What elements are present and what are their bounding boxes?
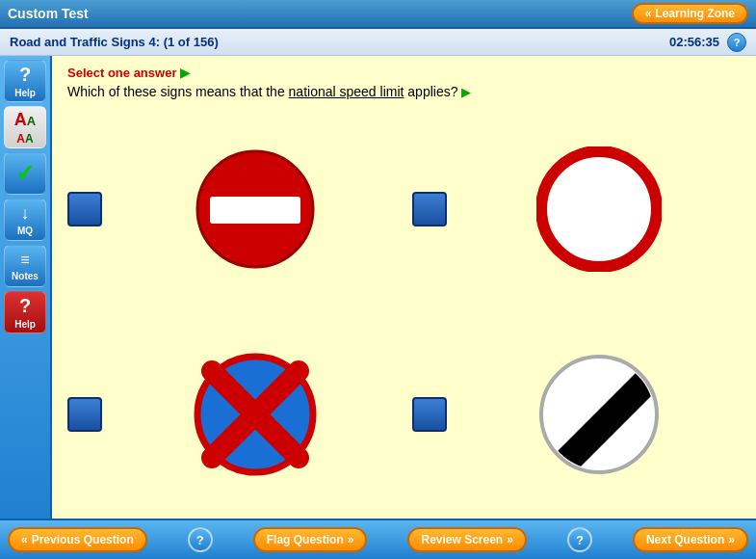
sidebar-item-help2[interactable]: ? Help [4, 291, 46, 333]
answer-option-d [412, 320, 742, 510]
sign-container-d [458, 352, 742, 477]
bottom-help-button-2[interactable]: ? [567, 527, 592, 552]
sign-container-b [458, 146, 742, 272]
app-title: Custom Test [8, 6, 89, 21]
font-small-label: AA [16, 132, 33, 146]
learning-zone-button[interactable]: « Learning Zone [632, 3, 748, 24]
sidebar-item-help[interactable]: ? Help [4, 60, 46, 102]
sign-container-c [114, 352, 397, 477]
review-chevron-icon: » [507, 533, 513, 546]
play-arrow-icon: ▶ [180, 66, 190, 80]
title-bar: Custom Test « Learning Zone [0, 0, 756, 29]
bottom-help-button-1[interactable]: ? [188, 527, 213, 552]
flag-chevron-icon: » [348, 533, 354, 546]
select-answer-label: Select one answer ▶ [67, 66, 741, 80]
answer-option-b [412, 115, 742, 305]
arrow-down-icon: ↓ [21, 203, 30, 224]
check-icon: ✓ [15, 160, 35, 187]
header-help-button[interactable]: ? [727, 33, 746, 52]
no-entry-sign [193, 146, 318, 272]
sub-header: Road and Traffic Signs 4: (1 of 156) 02:… [0, 29, 756, 56]
sidebar-item-font[interactable]: AA AA [4, 106, 46, 148]
question-text: Which of these signs means that the nati… [67, 84, 741, 99]
breadcrumb: Road and Traffic Signs 4: (1 of 156) [10, 35, 219, 49]
sidebar-help2-label: Help [14, 319, 36, 330]
next-chevron-icon: » [728, 533, 735, 546]
previous-question-button[interactable]: « Previous Question [8, 527, 147, 552]
prev-chevron-icon: « [21, 533, 28, 546]
flag-question-button[interactable]: Flag Question » [253, 527, 368, 552]
answer-option-c [67, 320, 397, 510]
answer-checkbox-b[interactable] [412, 192, 447, 226]
font-icon: AA [14, 110, 36, 130]
sidebar: ? Help AA AA ✓ ↓ MQ ≡ Notes ? Help [0, 56, 52, 519]
main-layout: ? Help AA AA ✓ ↓ MQ ≡ Notes ? Help [0, 56, 756, 519]
answer-checkbox-a[interactable] [67, 192, 102, 226]
header-right: 02:56:35 ? [669, 33, 746, 52]
chevron-left-icon: « [645, 7, 652, 20]
sign-container-a [114, 146, 397, 272]
question-play-icon: ▶ [461, 85, 471, 99]
answer-option-a [67, 115, 397, 305]
mq-label: MQ [17, 226, 33, 236]
answer-checkbox-c[interactable] [67, 397, 102, 432]
svg-rect-1 [210, 197, 300, 224]
notes-label: Notes [12, 271, 39, 281]
sidebar-item-check[interactable]: ✓ [4, 152, 46, 195]
answer-checkbox-d[interactable] [412, 397, 447, 432]
svg-point-2 [541, 151, 657, 267]
review-screen-button[interactable]: Review Screen » [407, 527, 526, 552]
national-speed-sign [536, 352, 662, 477]
timer: 02:56:35 [669, 35, 719, 49]
help-icon: ? [19, 64, 31, 86]
sidebar-item-notes[interactable]: ≡ Notes [4, 245, 46, 287]
next-question-button[interactable]: Next Question » [633, 527, 748, 552]
question-area: Select one answer ▶ Which of these signs… [52, 56, 756, 519]
answer-grid [67, 115, 741, 509]
bottom-bar: « Previous Question ? Flag Question » Re… [0, 519, 756, 559]
speed-limit-circle-sign [536, 146, 662, 272]
learning-zone-label: Learning Zone [655, 7, 735, 20]
help2-icon: ? [19, 295, 31, 317]
sidebar-help-label: Help [14, 88, 36, 98]
notes-icon: ≡ [20, 252, 29, 269]
sidebar-item-mq[interactable]: ↓ MQ [4, 199, 46, 241]
no-stopping-sign [193, 352, 318, 477]
